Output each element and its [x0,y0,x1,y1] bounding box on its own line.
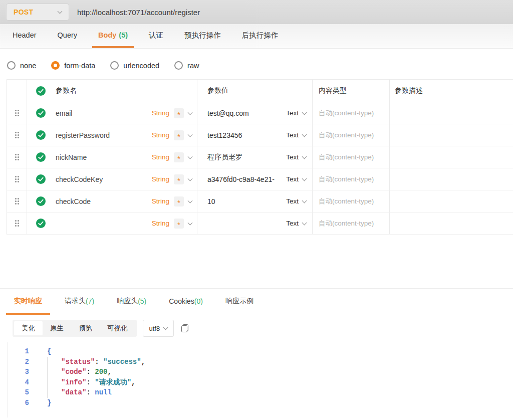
chevron-down-icon [302,132,307,137]
content-type-value[interactable]: 自动(content-type) [319,197,374,206]
copy-icon[interactable] [181,324,188,332]
body-mode-selector: none form-data urlencoded raw [0,49,513,74]
param-value-input[interactable]: 程序员老罗 [207,153,286,162]
radio-none[interactable]: none [7,61,36,70]
param-name-input[interactable]: registerPassword [56,131,152,139]
content-type-value[interactable]: 自动(content-type) [319,153,374,162]
param-type-label[interactable]: String [152,220,169,227]
param-description-input[interactable] [390,213,513,234]
param-value-input[interactable]: test123456 [207,131,286,139]
tab-live-response[interactable]: 实时响应 [6,289,50,315]
drag-handle[interactable] [7,102,27,124]
param-description-input[interactable] [390,190,513,212]
param-description-input[interactable] [390,146,513,168]
radio-selected-icon [51,61,60,70]
required-toggle[interactable]: * [174,108,184,118]
value-type-select[interactable]: Text [286,109,306,117]
tab-header[interactable]: Header [7,24,43,48]
tab-response-headers[interactable]: 响应头(5) [109,289,154,315]
chevron-down-icon[interactable] [188,154,193,159]
tab-request-headers[interactable]: 请求头(7) [57,289,102,315]
param-enabled-checkbox[interactable] [36,196,46,206]
content-type-value[interactable]: 自动(content-type) [319,109,374,118]
response-toolbar: 美化 原生 预览 可视化 utf8 [13,320,513,337]
param-row-checkCode: checkCode String * 10 Text 自动(content-ty… [7,190,513,213]
param-name-input[interactable]: checkCodeKey [56,175,152,183]
chevron-down-icon[interactable] [188,198,193,203]
tab-cookies[interactable]: Cookies(0) [161,289,211,315]
view-raw[interactable]: 原生 [43,321,71,335]
method-select[interactable]: POST [6,4,69,21]
required-toggle[interactable]: * [174,219,184,229]
line-number: 4 [8,378,29,386]
response-body-editor[interactable]: 1 { 2 "status": "success", 3 "code": 200… [8,342,513,417]
param-type-label[interactable]: String [152,131,169,139]
radio-form-data[interactable]: form-data [51,61,95,70]
param-value-input[interactable]: 10 [207,197,286,205]
tab-auth[interactable]: 认证 [143,24,169,48]
encoding-select[interactable]: utf8 [143,320,174,337]
radio-raw[interactable]: raw [174,61,199,70]
chevron-down-icon[interactable] [188,176,193,181]
chevron-down-icon[interactable] [188,132,193,137]
param-value-input[interactable]: test@qq.com [207,109,286,117]
param-type-label[interactable]: String [152,153,169,161]
param-description-input[interactable] [390,168,513,190]
chevron-down-icon[interactable] [188,110,193,115]
drag-handle[interactable] [7,190,27,212]
url-input[interactable]: http://localhost:7071/account/register [77,8,507,17]
param-value-input[interactable]: a3476fd0-c9a8-4e21- [207,175,286,183]
drag-handle[interactable] [7,213,27,234]
param-row-registerPassword: registerPassword String * test123456 Tex… [7,124,513,146]
radio-urlencoded[interactable]: urlencoded [110,61,159,70]
param-description-input[interactable] [390,102,513,124]
chevron-down-icon[interactable] [188,220,193,225]
value-type-select[interactable]: Text [286,220,306,227]
response-tabbar: 实时响应 请求头(7) 响应头(5) Cookies(0) 响应示例 [0,288,513,315]
indent-guide [47,377,61,388]
param-enabled-checkbox[interactable] [36,174,46,184]
value-type-select[interactable]: Text [286,175,306,183]
drag-handle[interactable] [7,146,27,168]
radio-icon [174,61,183,70]
value-type-select[interactable]: Text [286,197,306,205]
param-name-input[interactable]: nickName [56,153,152,161]
param-type-label[interactable]: String [152,197,169,205]
view-visualize[interactable]: 可视化 [100,321,135,335]
drag-handle[interactable] [7,124,27,146]
content-type-value[interactable]: 自动(content-type) [319,131,374,140]
tab-response-example[interactable]: 响应示例 [217,289,262,315]
code-line: 2 "status": "success", [8,357,513,367]
code-line: 1 { [8,346,513,357]
param-description-input[interactable] [390,124,513,146]
param-enabled-checkbox[interactable] [36,152,46,162]
tab-post-exec[interactable]: 后执行操作 [236,24,285,48]
param-enabled-checkbox[interactable] [36,108,46,118]
tab-body[interactable]: Body (5) [92,24,134,48]
param-type-label[interactable]: String [152,175,169,183]
param-enabled-checkbox[interactable] [36,219,46,228]
select-all-checkbox[interactable] [36,86,46,96]
required-toggle[interactable]: * [174,196,184,206]
tab-query[interactable]: Query [52,24,84,48]
param-enabled-checkbox[interactable] [36,130,46,140]
required-toggle[interactable]: * [174,174,184,184]
content-type-value[interactable]: 自动(content-type) [319,219,374,228]
value-type-select[interactable]: Text [286,131,306,139]
drag-handle-icon [15,132,17,133]
json-brace: { [47,347,51,355]
tab-pre-exec[interactable]: 预执行操作 [178,24,227,48]
content-type-value[interactable]: 自动(content-type) [319,175,374,184]
table-header-row: 参数名 参数值 内容类型 参数描述 [7,80,513,102]
param-name-input[interactable]: checkCode [56,197,152,205]
radio-icon [110,61,119,70]
param-type-label[interactable]: String [152,109,169,117]
required-toggle[interactable]: * [174,152,184,162]
drag-handle[interactable] [7,168,27,190]
chevron-down-icon [302,220,307,225]
required-toggle[interactable]: * [174,130,184,140]
value-type-select[interactable]: Text [286,153,306,161]
view-preview[interactable]: 预览 [71,321,100,335]
param-name-input[interactable]: email [56,109,152,117]
view-beautify[interactable]: 美化 [14,321,43,335]
